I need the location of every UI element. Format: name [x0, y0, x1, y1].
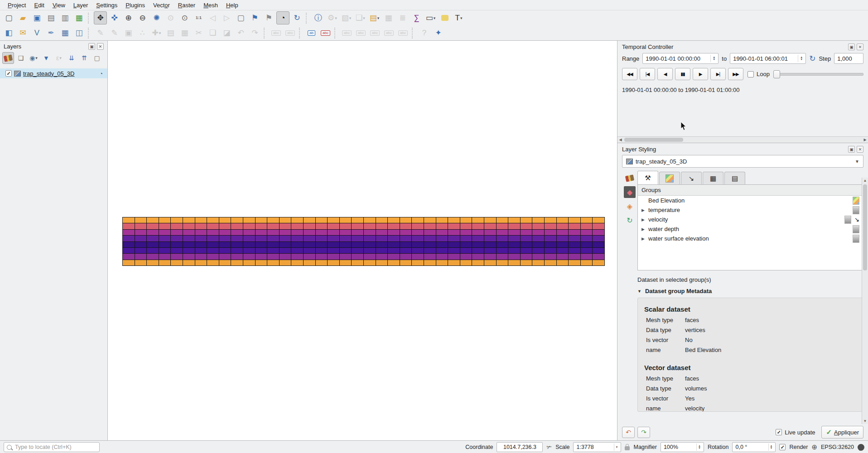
refresh-range-icon[interactable]: ↻ [809, 54, 815, 63]
menu-help[interactable]: Help [222, 1, 242, 10]
show-spatial-bookmarks-button[interactable]: ⚑ [262, 11, 275, 24]
float-panel-icon[interactable]: ▣ [848, 146, 855, 153]
gray-gradient-icon[interactable] [853, 225, 859, 233]
expander-icon[interactable]: ▶ [641, 227, 648, 231]
layer-selector-combo[interactable]: trap_steady_05_3D ▼ [622, 155, 863, 168]
close-panel-icon[interactable]: ✕ [857, 146, 863, 153]
locator-box[interactable] [4, 442, 100, 452]
history-refresh-icon[interactable]: ↻ [624, 214, 636, 226]
add-group-button[interactable]: ❏ [15, 52, 27, 64]
step-input[interactable]: 1,000 [834, 53, 863, 64]
group-row-temperature[interactable]: ▶temperature [638, 205, 863, 215]
open-project-button[interactable]: ▰ [16, 11, 29, 24]
vector-arrow-icon[interactable]: ↘ [854, 216, 859, 223]
rotation-input[interactable]: 0,0 ° ▲▼ [732, 442, 776, 452]
scroll-left-icon[interactable]: ◀ [617, 138, 623, 142]
tab-symbology[interactable]: ⚒ [637, 171, 658, 184]
mesh-digitizing-button[interactable]: ✦ [432, 26, 445, 39]
menu-project[interactable]: Project [4, 1, 30, 10]
spinner-icon[interactable]: ▲▼ [798, 55, 803, 62]
map-canvas[interactable] [108, 41, 617, 440]
layer-visibility-checkbox[interactable] [5, 70, 12, 77]
menu-mesh[interactable]: Mesh [199, 1, 222, 10]
zoom-full-button[interactable]: ✺ [150, 11, 163, 24]
loop-checkbox[interactable] [747, 71, 754, 77]
expander-icon[interactable]: ▶ [641, 236, 648, 241]
tab-mesh-frame[interactable]: ▦ [703, 172, 723, 184]
range-end-input[interactable]: 1990-01-01 06:00:01 ▲▼ [730, 53, 806, 64]
time-slider[interactable] [773, 71, 863, 78]
group-row-water-depth[interactable]: ▶water depth [638, 224, 863, 234]
menu-raster[interactable]: Raster [174, 1, 199, 10]
zoom-out-button[interactable]: ⊖ [136, 11, 149, 24]
tab-contours[interactable] [659, 172, 680, 184]
gray-gradient-icon[interactable] [853, 235, 859, 243]
layer-row[interactable]: trap_steady_05_3D ◔ [0, 68, 107, 78]
menu-vector[interactable]: Vector [149, 1, 174, 10]
collapse-all-button[interactable]: ⇈ [78, 52, 90, 64]
live-update-checkbox[interactable] [776, 429, 782, 435]
tab-vectors[interactable]: ↘ [681, 172, 702, 184]
range-start-input[interactable]: 1990-01-01 00:00:00 ▲▼ [642, 53, 719, 64]
symbology-brush-icon[interactable] [624, 172, 636, 184]
float-panel-icon[interactable]: ▣ [88, 43, 95, 50]
lock-scale-icon[interactable] [625, 446, 630, 450]
new-map-view-button[interactable]: ▢ [234, 11, 247, 24]
mesh-structure-icon[interactable]: ◈ [624, 200, 636, 212]
play-button[interactable]: ▶ [693, 68, 708, 80]
new-geopackage-layer-button[interactable]: ✒ [44, 26, 58, 39]
save-project-button[interactable]: ▣ [30, 11, 43, 24]
close-panel-icon[interactable]: ✕ [857, 43, 863, 50]
scroll-right-icon[interactable]: ▶ [862, 138, 868, 142]
tab-averaging[interactable]: ▤ [724, 172, 745, 184]
style-manager-button[interactable]: ▦ [72, 11, 86, 24]
close-panel-icon[interactable]: ✕ [97, 43, 104, 50]
scroll-thumb[interactable] [863, 184, 867, 270]
apply-button[interactable]: ✓ Appliquer [821, 426, 863, 439]
expand-all-button[interactable]: ⇊ [66, 52, 77, 64]
text-annotation-button[interactable]: T▾ [452, 11, 465, 24]
remove-layer-button[interactable]: ▢ [91, 52, 103, 64]
pan-map-button[interactable]: ✥ [94, 11, 107, 24]
show-layout-manager-button[interactable]: ▥ [58, 11, 72, 24]
deselect-all-layers-button[interactable]: ▤▾ [368, 11, 381, 24]
undo-style-button[interactable]: ↶ [622, 427, 635, 438]
menu-view[interactable]: View [48, 1, 69, 10]
extents-icon[interactable]: ✃ [546, 443, 552, 451]
new-virtual-layer-button[interactable]: ▦ [58, 26, 72, 39]
metasearch-catalog-button[interactable]: ✉ [16, 26, 29, 39]
data-source-manager-button[interactable]: ◧ [2, 26, 15, 39]
menu-layer[interactable]: Layer [69, 1, 92, 10]
menu-edit[interactable]: Edit [30, 1, 48, 10]
redo-style-button[interactable]: ↷ [637, 427, 650, 438]
locator-input[interactable] [14, 443, 96, 451]
manage-map-themes-button[interactable]: ◉▾ [28, 52, 39, 64]
menu-settings[interactable]: Settings [92, 1, 121, 10]
spinner-icon[interactable]: ▲▼ [696, 443, 701, 451]
mesh-symbology-3d-icon[interactable]: ◆ [624, 186, 636, 198]
gray-gradient-icon[interactable] [853, 206, 859, 214]
crs-label[interactable]: EPSG:32620 [821, 444, 854, 450]
spinner-icon[interactable]: ▲▼ [768, 443, 773, 451]
coordinate-input[interactable]: 1014.7,236.3 [497, 442, 543, 452]
magnifier-input[interactable]: 100% ▲▼ [661, 442, 704, 452]
horizontal-scrollbar[interactable]: ◀ ▶ [617, 136, 868, 143]
filter-legend-button[interactable]: ▼ [40, 52, 52, 64]
statistical-summary-button[interactable]: ∑ [410, 11, 423, 24]
color-gradient-icon[interactable] [853, 197, 859, 205]
new-project-button[interactable]: ▢ [2, 11, 15, 24]
scroll-thumb[interactable] [624, 138, 683, 142]
zoom-in-button[interactable]: ⊕ [122, 11, 135, 24]
metadata-collapse-header[interactable]: ▼ Dataset group Metadata [637, 288, 863, 294]
group-row-water-surface-elevation[interactable]: ▶water surface elevation [638, 234, 863, 243]
open-layer-styling-button[interactable] [2, 52, 14, 64]
scroll-up-icon[interactable]: ▲ [863, 178, 867, 183]
float-panel-icon[interactable]: ▣ [848, 43, 855, 50]
layer-diagram-options-button[interactable]: abc [319, 26, 332, 39]
layer-name[interactable]: trap_steady_05_3D [23, 70, 74, 77]
new-mesh-layer-button[interactable]: ◫ [72, 26, 86, 39]
menu-plugins[interactable]: Plugins [121, 1, 149, 10]
pan-to-selection-button[interactable]: ✜ [108, 11, 121, 24]
new-shapefile-layer-button[interactable]: V [30, 26, 43, 39]
fast-forward-button[interactable]: ▶▶ [728, 68, 743, 80]
